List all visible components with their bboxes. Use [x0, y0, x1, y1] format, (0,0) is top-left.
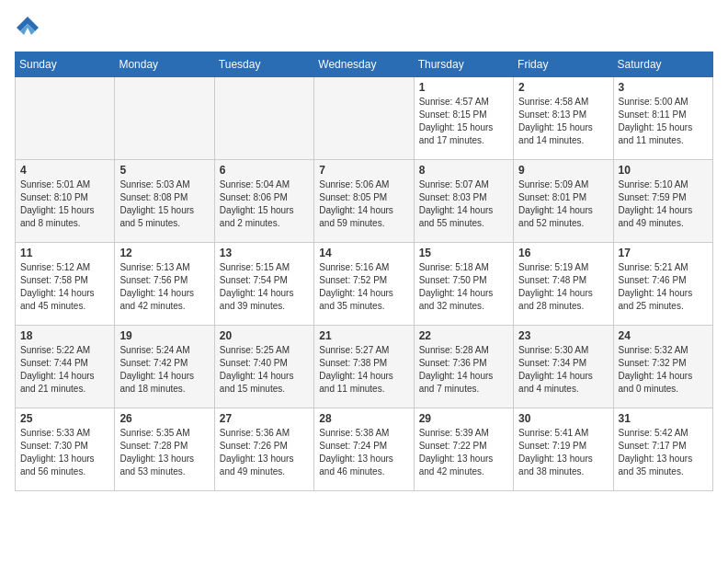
day-info: Sunrise: 5:32 AMSunset: 7:32 PMDaylight:…: [619, 344, 708, 396]
day-info: Sunrise: 5:33 AMSunset: 7:30 PMDaylight:…: [20, 427, 109, 478]
day-info: Sunrise: 5:41 AMSunset: 7:19 PMDaylight:…: [518, 427, 608, 478]
day-number: 13: [220, 247, 309, 259]
day-number: 25: [20, 412, 109, 425]
logo: [15, 15, 44, 40]
page-header: [15, 15, 713, 40]
day-info: Sunrise: 5:16 AMSunset: 7:52 PMDaylight:…: [319, 261, 408, 313]
calendar-header-row: SundayMondayTuesdayWednesdayThursdayFrid…: [16, 52, 713, 77]
day-number: 4: [20, 164, 109, 177]
day-info: Sunrise: 5:24 AMSunset: 7:42 PMDaylight:…: [119, 344, 209, 396]
day-info: Sunrise: 5:39 AMSunset: 7:22 PMDaylight:…: [419, 427, 508, 478]
calendar-day-cell: 11Sunrise: 5:12 AMSunset: 7:58 PMDayligh…: [16, 243, 115, 326]
calendar-day-cell: 29Sunrise: 5:39 AMSunset: 7:22 PMDayligh…: [414, 408, 513, 491]
calendar-week-row: 25Sunrise: 5:33 AMSunset: 7:30 PMDayligh…: [16, 408, 713, 491]
day-info: Sunrise: 5:38 AMSunset: 7:24 PMDaylight:…: [319, 427, 408, 478]
day-number: 19: [119, 329, 209, 342]
day-number: 22: [419, 329, 508, 342]
calendar-day-cell: 23Sunrise: 5:30 AMSunset: 7:34 PMDayligh…: [514, 326, 613, 408]
calendar-day-cell: 21Sunrise: 5:27 AMSunset: 7:38 PMDayligh…: [314, 326, 414, 408]
day-info: Sunrise: 5:42 AMSunset: 7:17 PMDaylight:…: [619, 427, 708, 478]
logo-icon: [15, 15, 40, 40]
day-info: Sunrise: 5:36 AMSunset: 7:26 PMDaylight:…: [220, 427, 309, 478]
day-number: 26: [119, 412, 209, 425]
calendar-day-cell: 5Sunrise: 5:03 AMSunset: 8:08 PMDaylight…: [115, 160, 214, 243]
day-number: 23: [518, 329, 608, 342]
calendar-day-cell: 12Sunrise: 5:13 AMSunset: 7:56 PMDayligh…: [115, 243, 214, 326]
calendar-day-cell: 31Sunrise: 5:42 AMSunset: 7:17 PMDayligh…: [613, 408, 712, 491]
calendar-day-cell: 20Sunrise: 5:25 AMSunset: 7:40 PMDayligh…: [214, 326, 313, 408]
weekday-header: Friday: [514, 52, 613, 77]
day-info: Sunrise: 5:03 AMSunset: 8:08 PMDaylight:…: [119, 178, 209, 230]
calendar-day-cell: 27Sunrise: 5:36 AMSunset: 7:26 PMDayligh…: [214, 408, 313, 491]
day-info: Sunrise: 5:19 AMSunset: 7:48 PMDaylight:…: [518, 261, 608, 313]
day-number: 18: [20, 329, 109, 342]
calendar-week-row: 1Sunrise: 4:57 AMSunset: 8:15 PMDaylight…: [16, 77, 713, 160]
calendar-day-cell: 3Sunrise: 5:00 AMSunset: 8:11 PMDaylight…: [613, 77, 712, 160]
day-info: Sunrise: 5:04 AMSunset: 8:06 PMDaylight:…: [220, 178, 309, 230]
day-number: 14: [319, 247, 408, 259]
calendar-day-cell: [115, 77, 214, 160]
day-number: 1: [419, 81, 508, 94]
day-number: 31: [619, 412, 708, 425]
day-info: Sunrise: 5:21 AMSunset: 7:46 PMDaylight:…: [619, 261, 708, 313]
calendar-day-cell: 16Sunrise: 5:19 AMSunset: 7:48 PMDayligh…: [514, 243, 613, 326]
day-number: 30: [518, 412, 608, 425]
day-number: 9: [518, 164, 608, 177]
calendar-day-cell: 1Sunrise: 4:57 AMSunset: 8:15 PMDaylight…: [414, 77, 513, 160]
day-number: 5: [119, 164, 209, 177]
calendar-day-cell: 22Sunrise: 5:28 AMSunset: 7:36 PMDayligh…: [414, 326, 513, 408]
day-number: 16: [518, 247, 608, 259]
day-number: 28: [319, 412, 408, 425]
day-info: Sunrise: 4:58 AMSunset: 8:13 PMDaylight:…: [518, 96, 608, 147]
day-info: Sunrise: 5:06 AMSunset: 8:05 PMDaylight:…: [319, 178, 408, 230]
calendar-day-cell: 28Sunrise: 5:38 AMSunset: 7:24 PMDayligh…: [314, 408, 414, 491]
day-number: 6: [220, 164, 309, 177]
day-number: 10: [619, 164, 708, 177]
calendar-day-cell: 2Sunrise: 4:58 AMSunset: 8:13 PMDaylight…: [514, 77, 613, 160]
calendar-day-cell: 4Sunrise: 5:01 AMSunset: 8:10 PMDaylight…: [16, 160, 115, 243]
day-info: Sunrise: 5:09 AMSunset: 8:01 PMDaylight:…: [518, 178, 608, 230]
day-info: Sunrise: 5:22 AMSunset: 7:44 PMDaylight:…: [20, 344, 109, 396]
day-number: 12: [119, 247, 209, 259]
calendar-day-cell: 8Sunrise: 5:07 AMSunset: 8:03 PMDaylight…: [414, 160, 513, 243]
weekday-header: Thursday: [414, 52, 513, 77]
day-info: Sunrise: 5:30 AMSunset: 7:34 PMDaylight:…: [518, 344, 608, 396]
day-info: Sunrise: 5:25 AMSunset: 7:40 PMDaylight:…: [220, 344, 309, 396]
calendar-week-row: 4Sunrise: 5:01 AMSunset: 8:10 PMDaylight…: [16, 160, 713, 243]
calendar-day-cell: 24Sunrise: 5:32 AMSunset: 7:32 PMDayligh…: [613, 326, 712, 408]
weekday-header: Monday: [115, 52, 214, 77]
day-number: 3: [619, 81, 708, 94]
day-info: Sunrise: 5:10 AMSunset: 7:59 PMDaylight:…: [619, 178, 708, 230]
calendar-day-cell: 19Sunrise: 5:24 AMSunset: 7:42 PMDayligh…: [115, 326, 214, 408]
calendar-day-cell: 26Sunrise: 5:35 AMSunset: 7:28 PMDayligh…: [115, 408, 214, 491]
day-info: Sunrise: 5:01 AMSunset: 8:10 PMDaylight:…: [20, 178, 109, 230]
day-number: 11: [20, 247, 109, 259]
day-info: Sunrise: 5:13 AMSunset: 7:56 PMDaylight:…: [119, 261, 209, 313]
day-number: 7: [319, 164, 408, 177]
calendar-day-cell: 14Sunrise: 5:16 AMSunset: 7:52 PMDayligh…: [314, 243, 414, 326]
day-number: 17: [619, 247, 708, 259]
calendar-day-cell: [16, 77, 115, 160]
day-info: Sunrise: 4:57 AMSunset: 8:15 PMDaylight:…: [419, 96, 508, 147]
calendar-day-cell: 6Sunrise: 5:04 AMSunset: 8:06 PMDaylight…: [214, 160, 313, 243]
day-info: Sunrise: 5:18 AMSunset: 7:50 PMDaylight:…: [419, 261, 508, 313]
day-number: 8: [419, 164, 508, 177]
calendar-day-cell: 18Sunrise: 5:22 AMSunset: 7:44 PMDayligh…: [16, 326, 115, 408]
calendar-day-cell: 30Sunrise: 5:41 AMSunset: 7:19 PMDayligh…: [514, 408, 613, 491]
day-number: 24: [619, 329, 708, 342]
day-info: Sunrise: 5:00 AMSunset: 8:11 PMDaylight:…: [619, 96, 708, 147]
calendar-day-cell: 9Sunrise: 5:09 AMSunset: 8:01 PMDaylight…: [514, 160, 613, 243]
calendar-day-cell: 15Sunrise: 5:18 AMSunset: 7:50 PMDayligh…: [414, 243, 513, 326]
day-info: Sunrise: 5:27 AMSunset: 7:38 PMDaylight:…: [319, 344, 408, 396]
calendar-table: SundayMondayTuesdayWednesdayThursdayFrid…: [15, 52, 713, 491]
day-info: Sunrise: 5:28 AMSunset: 7:36 PMDaylight:…: [419, 344, 508, 396]
calendar-day-cell: [314, 77, 414, 160]
day-info: Sunrise: 5:35 AMSunset: 7:28 PMDaylight:…: [119, 427, 209, 478]
day-number: 27: [220, 412, 309, 425]
calendar-day-cell: 25Sunrise: 5:33 AMSunset: 7:30 PMDayligh…: [16, 408, 115, 491]
day-number: 21: [319, 329, 408, 342]
calendar-day-cell: 13Sunrise: 5:15 AMSunset: 7:54 PMDayligh…: [214, 243, 313, 326]
day-info: Sunrise: 5:15 AMSunset: 7:54 PMDaylight:…: [220, 261, 309, 313]
day-info: Sunrise: 5:12 AMSunset: 7:58 PMDaylight:…: [20, 261, 109, 313]
weekday-header: Sunday: [16, 52, 115, 77]
